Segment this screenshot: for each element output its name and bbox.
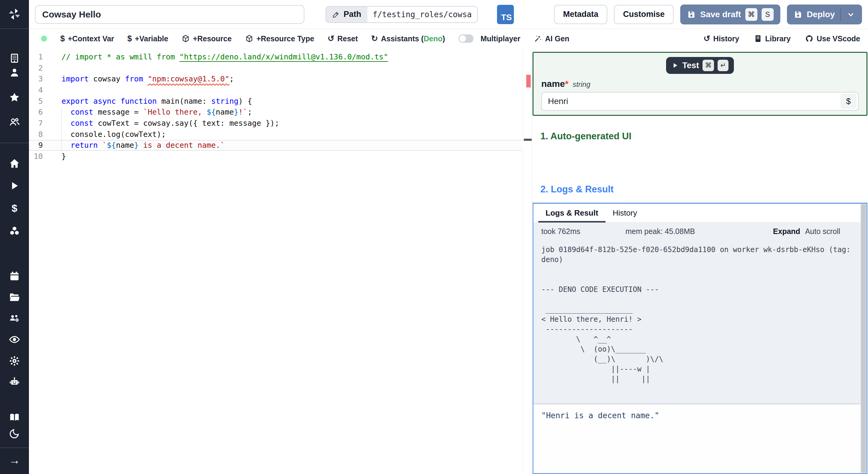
code-line[interactable]: 2 xyxy=(29,62,522,73)
sidebar-item-dark-mode[interactable] xyxy=(8,427,21,440)
panel-splitter-handle[interactable] xyxy=(524,139,532,141)
test-label: Test xyxy=(682,61,699,70)
sidebar-item-runs[interactable] xyxy=(8,180,21,192)
sidebar-item-worker-groups[interactable] xyxy=(8,313,21,324)
tab-history[interactable]: History xyxy=(606,204,644,222)
code-line[interactable]: 3import cowsay from "npm:cowsay@1.5.0"; xyxy=(29,73,522,84)
log-output: job 0189d64f-812b-525e-f020-652bd9da1100… xyxy=(533,240,867,404)
code-line[interactable]: 9 return `${name} is a decent name.` xyxy=(29,140,522,151)
expand-button[interactable]: Expand xyxy=(773,227,800,236)
run-duration: took 762ms xyxy=(541,227,580,236)
typescript-badge: TS xyxy=(497,5,514,24)
code-line[interactable]: 7 const cowText = cowsay.say({ text: mes… xyxy=(29,118,522,129)
line-number: 1 xyxy=(29,53,51,61)
line-number: 9 xyxy=(29,141,51,150)
code-lines: 1// import * as wmill from "https://deno… xyxy=(29,51,532,162)
chevron-down-icon[interactable] xyxy=(846,10,855,19)
path-button[interactable]: Path f/testing_roles/cowsa xyxy=(326,6,478,23)
sidebar-item-docs[interactable] xyxy=(8,411,21,423)
code-line[interactable]: 4 xyxy=(29,84,522,96)
customise-button[interactable]: Customise xyxy=(614,5,674,24)
add-resource-type-button[interactable]: +Resource Type xyxy=(245,34,314,43)
package-icon xyxy=(245,34,253,43)
play-icon xyxy=(672,62,679,69)
logs-result-heading: 2. Logs & Result xyxy=(540,184,868,195)
line-number: 4 xyxy=(29,86,51,94)
path-label: Path xyxy=(344,10,361,19)
ai-gen-button[interactable]: AI Gen xyxy=(534,34,569,43)
sidebar-collapse-toggle[interactable]: → xyxy=(8,454,21,466)
sidebar-item-workers[interactable] xyxy=(8,376,21,388)
history-icon: ↺ xyxy=(704,34,710,43)
sidebar-item-user[interactable] xyxy=(8,67,21,79)
sidebar-item-folders[interactable] xyxy=(8,291,21,303)
insert-variable-button[interactable]: $ xyxy=(841,94,856,109)
code-line[interactable]: 10} xyxy=(29,151,522,162)
home-icon xyxy=(9,158,20,169)
person-icon xyxy=(9,67,20,79)
save-draft-button[interactable]: Save draft ⌘ S xyxy=(680,4,780,24)
sidebar-item-resources[interactable] xyxy=(8,225,21,237)
sidebar-item-users[interactable] xyxy=(8,116,21,128)
add-context-var-button[interactable]: $ +Context Var xyxy=(60,34,114,43)
workspace: 1// import * as wmill from "https://deno… xyxy=(29,48,868,474)
star-icon xyxy=(9,92,20,103)
reset-button[interactable]: ↺ Reset xyxy=(328,34,358,43)
test-button[interactable]: Test ⌘ ↵ xyxy=(666,57,734,74)
line-number: 5 xyxy=(29,97,51,106)
robot-icon xyxy=(9,376,20,388)
sidebar-item-favorites[interactable] xyxy=(8,91,21,103)
code-editor[interactable]: 1// import * as wmill from "https://deno… xyxy=(29,48,532,474)
logs-scrollbar[interactable] xyxy=(861,204,867,473)
sidebar: $ xyxy=(0,0,29,474)
cmd-key-badge: ⌘ xyxy=(745,8,757,21)
code-line[interactable]: 8 console.log(cowText); xyxy=(29,129,522,140)
book-icon xyxy=(9,412,20,423)
path-value[interactable]: f/testing_roles/cowsa xyxy=(367,7,477,22)
cubes-icon xyxy=(9,225,20,237)
error-marker xyxy=(526,75,531,87)
multiplayer-label: Multiplayer xyxy=(481,34,521,43)
worker-groups-icon xyxy=(9,313,20,324)
tab-logs-result[interactable]: Logs & Result xyxy=(538,204,606,222)
folder-icon xyxy=(9,292,20,303)
name-arg-input[interactable] xyxy=(541,92,859,111)
line-number: 7 xyxy=(29,119,51,127)
sidebar-item-home[interactable] xyxy=(8,157,21,170)
assistants-button[interactable]: ↻ Assistants (Deno) xyxy=(371,34,445,43)
code-line[interactable]: 1// import * as wmill from "https://deno… xyxy=(29,51,522,62)
auto-scroll-toggle[interactable]: Auto scroll xyxy=(805,227,840,236)
code-line[interactable]: 6 const message = `Hello there, ${name}!… xyxy=(29,107,522,118)
sidebar-item-settings[interactable] xyxy=(8,355,21,367)
eye-icon xyxy=(9,334,20,345)
save-icon xyxy=(687,10,696,19)
sidebar-item-schedules[interactable] xyxy=(8,270,21,282)
s-key-badge: S xyxy=(762,8,774,21)
header: Path f/testing_roles/cowsa TS Metadata C… xyxy=(29,0,868,29)
sidebar-item-variables[interactable]: $ xyxy=(8,202,21,214)
save-draft-label: Save draft xyxy=(700,10,741,19)
metadata-button[interactable]: Metadata xyxy=(554,5,607,24)
history-button[interactable]: ↺ History xyxy=(704,34,739,43)
assistants-language: Deno xyxy=(424,34,443,43)
deploy-split-divider xyxy=(840,8,841,21)
add-variable-button[interactable]: $ +Variable xyxy=(127,34,168,43)
sidebar-item-workspace[interactable] xyxy=(8,52,21,64)
editor-toolbar: $ +Context Var $ +Variable +Resource + xyxy=(29,29,868,48)
multiplayer-toggle[interactable] xyxy=(458,34,473,43)
sidebar-item-audit-logs[interactable] xyxy=(8,333,21,346)
script-title-input[interactable] xyxy=(35,5,304,24)
code-line[interactable]: 5export async function main(name: string… xyxy=(29,96,522,107)
add-resource-button[interactable]: +Resource xyxy=(181,34,232,43)
deploy-button[interactable]: Deploy xyxy=(787,4,862,24)
status-dot xyxy=(41,36,47,41)
field-type-label: string xyxy=(572,80,590,89)
package-icon xyxy=(181,34,190,43)
use-vscode-button[interactable]: Use VScode xyxy=(805,34,860,43)
line-number: 8 xyxy=(29,130,51,139)
mem-peak: mem peak: 45.08MB xyxy=(625,227,695,236)
library-button[interactable]: Library xyxy=(754,34,791,43)
github-icon xyxy=(805,34,813,43)
windmill-logo-icon[interactable] xyxy=(0,0,29,29)
check-icon: ✓ xyxy=(845,226,852,237)
